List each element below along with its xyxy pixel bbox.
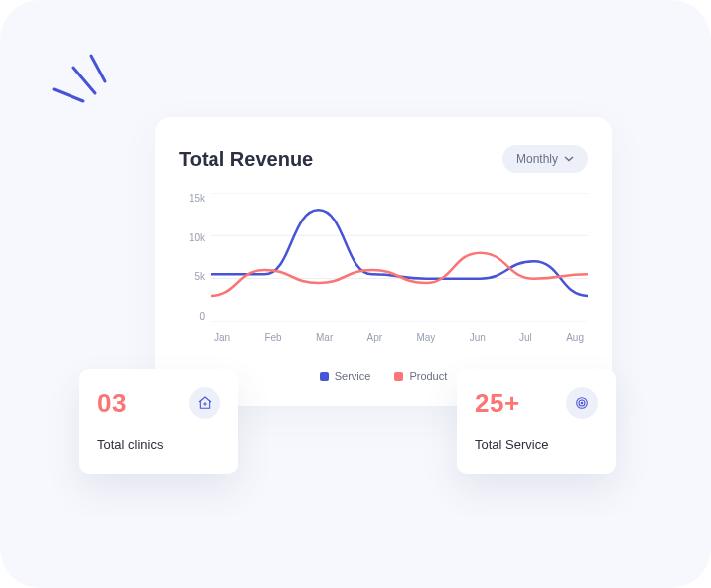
spark-accent (42, 48, 111, 117)
period-dropdown[interactable]: Monthly (502, 145, 588, 173)
target-icon (566, 387, 598, 419)
chart-series (211, 210, 588, 296)
legend-swatch-service (320, 372, 329, 381)
svg-point-9 (581, 402, 583, 404)
chart-gridlines (211, 193, 588, 322)
x-axis-labels: JanFebMarAprMayJunJulAug (211, 332, 588, 343)
y-axis-labels: 15k10k5k0 (179, 193, 205, 322)
clinics-card: 03 Total clinics (79, 369, 238, 474)
service-label: Total Service (475, 437, 598, 452)
revenue-card: Total Revenue Monthly 15k10k5k0 (155, 117, 612, 406)
chart-svg (211, 193, 588, 322)
legend-swatch-product (394, 372, 403, 381)
clinics-value: 03 (97, 388, 127, 419)
svg-line-0 (91, 56, 105, 81)
service-card: 25+ Total Service (457, 369, 616, 474)
legend-item-product: Product (394, 370, 447, 382)
clinics-label: Total clinics (97, 437, 220, 452)
legend-label-product: Product (409, 370, 447, 382)
revenue-title: Total Revenue (179, 148, 313, 171)
clinic-icon (189, 387, 220, 419)
service-value: 25+ (475, 388, 520, 419)
revenue-chart: 15k10k5k0 JanFebMarAprMayJunJulAug (179, 193, 588, 357)
series-service (211, 210, 588, 296)
chevron-down-icon (564, 156, 574, 162)
legend-label-service: Service (335, 370, 371, 382)
legend-item-service: Service (320, 370, 371, 382)
dropdown-label: Monthly (516, 152, 558, 166)
svg-line-2 (54, 89, 83, 101)
svg-line-1 (73, 68, 95, 93)
